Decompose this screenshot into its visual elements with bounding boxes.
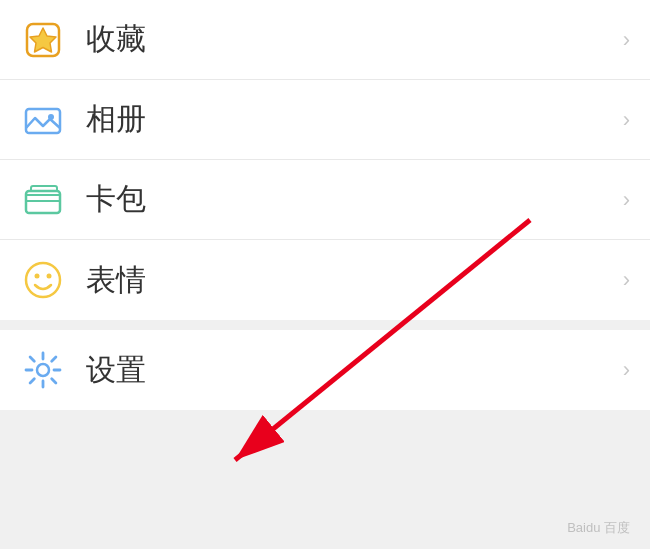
svg-point-8 xyxy=(47,274,52,279)
watermark-text: Baidu 百度 xyxy=(567,520,630,535)
settings-icon xyxy=(20,347,66,393)
svg-point-9 xyxy=(37,364,49,376)
svg-rect-5 xyxy=(26,195,60,201)
svg-marker-1 xyxy=(30,28,56,52)
emoji-label: 表情 xyxy=(86,260,623,301)
emoji-arrow: › xyxy=(623,267,630,293)
emoji-icon xyxy=(20,257,66,303)
album-icon xyxy=(20,97,66,143)
settings-arrow: › xyxy=(623,357,630,383)
menu-item-settings[interactable]: 设置 › xyxy=(0,330,650,410)
menu-item-album[interactable]: 相册 › xyxy=(0,80,650,160)
collect-label: 收藏 xyxy=(86,19,623,60)
album-arrow: › xyxy=(623,107,630,133)
album-label: 相册 xyxy=(86,99,623,140)
watermark: Baidu 百度 xyxy=(567,519,630,537)
menu-group-2: 设置 › xyxy=(0,330,650,410)
settings-label: 设置 xyxy=(86,350,623,391)
collect-arrow: › xyxy=(623,27,630,53)
svg-point-3 xyxy=(48,114,54,120)
menu-item-wallet[interactable]: 卡包 › xyxy=(0,160,650,240)
svg-point-6 xyxy=(26,263,60,297)
wallet-arrow: › xyxy=(623,187,630,213)
menu-item-emoji[interactable]: 表情 › xyxy=(0,240,650,320)
wallet-icon xyxy=(20,177,66,223)
svg-point-7 xyxy=(35,274,40,279)
menu-group-1: 收藏 › 相册 › 卡包 xyxy=(0,0,650,320)
menu-container: 收藏 › 相册 › 卡包 xyxy=(0,0,650,410)
menu-item-collect[interactable]: 收藏 › xyxy=(0,0,650,80)
collect-icon xyxy=(20,17,66,63)
wallet-label: 卡包 xyxy=(86,179,623,220)
